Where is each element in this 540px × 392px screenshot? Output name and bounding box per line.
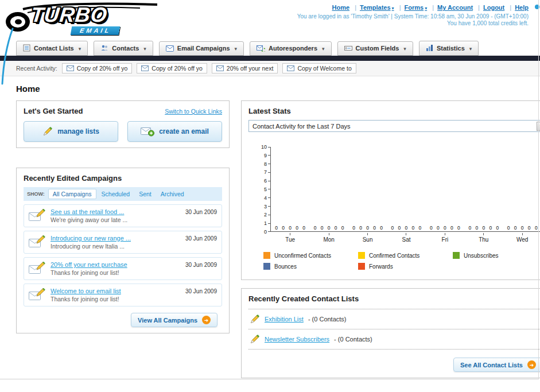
envelope-icon [287,65,294,71]
tab-email-campaigns[interactable]: Email Campaigns [159,41,244,56]
decorative-swoosh [0,18,15,87]
logo-title: TURBO [30,3,108,27]
recent-activity-bar: Recent Activity: Copy of 20% off yo Copy… [0,61,540,76]
top-nav: Home Templates Forms My Account Logout H… [297,4,529,11]
campaign-subtitle: Thanks for joining our list! [50,269,181,276]
dropdown-arrow-icon [537,122,540,131]
legend-item: Confirmed Contacts [358,252,453,259]
filter-sent[interactable]: Sent [135,189,156,199]
campaign-edit-icon [29,235,46,249]
pencil-icon [42,126,53,137]
top-link-forms[interactable]: Forms [405,4,428,11]
contact-list-count: - (0 Contacts) [334,336,372,343]
envelope-plus-icon [141,127,154,137]
switch-quick-links-link[interactable]: Switch to Quick Links [165,108,222,115]
campaign-edit-icon [29,209,46,223]
filter-archived[interactable]: Archived [157,189,188,199]
see-all-contact-lists-button[interactable]: See All Contact Lists [453,358,540,372]
campaign-date: 30 Jun 2009 [185,209,217,215]
recent-activity-item[interactable]: 20% off your next [212,63,278,73]
envelope-icon [216,65,224,71]
latest-stats-title: Latest Stats [248,107,540,115]
create-email-button[interactable]: create an email [127,121,222,142]
legend-swatch [358,252,365,259]
chart-plot-area: 00000000000000000000000000000000000 [270,147,540,232]
stats-period-value: Contact Activity for the Last 7 Days [252,123,351,130]
contacts-icon [100,44,108,52]
legend-item: Unconfirmed Contacts [263,252,358,259]
top-link-templates[interactable]: Templates [360,4,394,11]
main-nav: Contact Lists Contacts Email Campaigns A… [0,37,540,56]
legend-swatch [453,252,460,259]
legend-swatch [358,263,365,270]
tab-contact-lists[interactable]: Contact Lists [16,41,88,56]
statistics-icon [426,44,433,52]
legend-item: Forwards [358,263,453,270]
campaign-title-link[interactable]: See us at the retail food ... [50,208,124,215]
latest-stats-panel: Latest Stats Contact Activity for the La… [241,100,540,280]
recent-activity-item[interactable]: Copy of Welcome to [282,63,356,73]
chevron-down-icon [391,4,394,11]
contact-list-link[interactable]: Exhibition List [265,316,304,323]
arrow-right-icon [202,316,211,324]
top-link-logout[interactable]: Logout [483,4,504,11]
chart-y-axis: 109876543210 [257,147,270,232]
header-right: Home Templates Forms My Account Logout H… [297,2,533,37]
show-label: SHOW: [27,191,45,197]
get-started-title: Let's Get Started [24,107,83,115]
top-link-home[interactable]: Home [332,4,350,11]
page-title: Home [16,84,524,94]
contact-list-link[interactable]: Newsletter Subscribers [265,336,329,343]
campaign-title-link[interactable]: 20% off your next purchase [50,261,127,268]
view-all-campaigns-button[interactable]: View All Campaigns [131,313,217,327]
campaign-date: 30 Jun 2009 [185,262,217,268]
notification-dot-icon [535,5,539,9]
login-status: You are logged in as 'Timothy Smith' | S… [297,13,529,20]
filter-all-campaigns[interactable]: All Campaigns [48,189,96,199]
top-link-help[interactable]: Help [515,4,529,11]
chevron-down-icon [468,45,472,52]
campaign-filter-bar: SHOW: All Campaigns Scheduled Sent Archi… [24,187,222,201]
main-content: Home Let's Get Started Switch to Quick L… [0,84,540,378]
recent-campaigns-title: Recently Edited Campaigns [24,174,222,183]
recent-contact-lists-panel: Recently Created Contact Lists Exhibitio… [241,288,540,378]
custom-fields-icon [344,45,352,52]
tab-custom-fields[interactable]: Custom Fields [337,41,413,56]
top-link-my-account[interactable]: My Account [437,4,473,11]
legend-swatch [263,252,270,259]
campaign-row: Introducing our new range ... Introducin… [24,231,222,254]
logo-subtitle: EMAIL [71,26,121,35]
recent-activity-label: Recent Activity: [16,65,57,72]
chevron-down-icon [424,4,427,11]
campaign-title-link[interactable]: Welcome to our email list [50,288,121,294]
tab-statistics[interactable]: Statistics [419,41,479,56]
chart-x-axis: TueMonSunSatFriThuWed [271,233,540,243]
autoresponders-icon [257,45,265,52]
envelope-icon [67,65,74,71]
tab-autoresponders[interactable]: Autoresponders [250,41,332,56]
stats-period-select[interactable]: Contact Activity for the Last 7 Days [248,120,540,132]
recent-activity-item[interactable]: Copy of 20% off yo [137,63,207,73]
pencil-icon [250,334,260,344]
chevron-down-icon [77,45,81,52]
campaign-subtitle: Thanks for joining our list! [50,296,181,302]
campaign-title-link[interactable]: Introducing our new range ... [50,235,131,242]
tab-contacts[interactable]: Contacts [94,41,153,56]
envelope-icon [141,65,149,71]
contact-lists-icon [23,44,30,52]
campaign-edit-icon [29,262,46,275]
campaign-subtitle: We're giving away our late ... [50,216,181,223]
chevron-down-icon [234,45,238,52]
chevron-down-icon [402,45,406,52]
legend-item: Unsubscribes [453,252,540,259]
manage-lists-button[interactable]: manage lists [24,121,118,142]
recent-contact-lists-title: Recently Created Contact Lists [248,294,540,303]
contact-list-row: Exhibition List - (0 Contacts) [248,309,540,329]
chart-legend: Unconfirmed Contacts Confirmed Contacts … [263,252,540,270]
contact-list-row: Newsletter Subscribers - (0 Contacts) [248,329,540,350]
app-logo[interactable]: TURBO EMAIL [3,2,161,37]
recent-activity-item[interactable]: Copy of 20% off yo [62,63,133,73]
filter-scheduled[interactable]: Scheduled [98,189,134,199]
nav-divider-bar [0,56,540,61]
email-campaigns-icon [166,45,174,52]
